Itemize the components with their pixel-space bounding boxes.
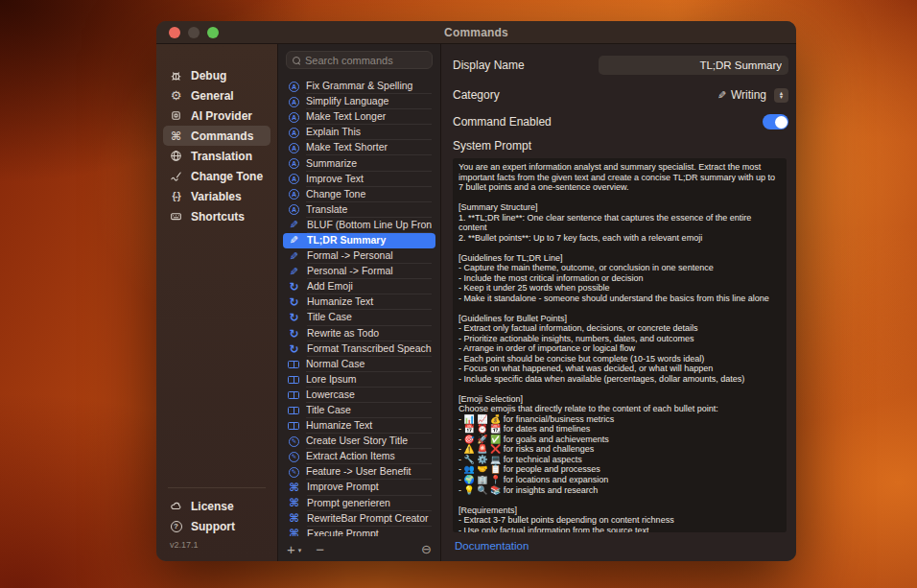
command-row[interactable]: A Simplify Language <box>283 94 435 109</box>
add-command-button[interactable]: + <box>287 542 295 556</box>
sidebar-divider <box>168 487 266 488</box>
command-row[interactable]: ✎ Extract Action Items <box>283 449 435 464</box>
command-detail-panel: Display Name Category ✎ Writing ▲▼ Comma… <box>441 44 796 561</box>
command-type-icon: A <box>289 97 299 107</box>
command-row-label: Rewrite as Todo <box>307 326 432 341</box>
command-row-label: TL;DR Summary <box>307 233 432 248</box>
command-row-label: Execute Prompt <box>307 527 432 536</box>
window-titlebar[interactable]: Commands <box>156 21 796 44</box>
command-type-icon <box>288 422 299 430</box>
command-list: A Fix Grammar & Spelling A Simplify Lang… <box>278 75 440 536</box>
command-enabled-label: Command Enabled <box>453 115 552 129</box>
sidebar-item-shortcuts[interactable]: Shortcuts <box>163 206 270 226</box>
command-row-label: BLUF (Bottom Line Up Front) <box>307 218 432 233</box>
command-row-label: Feature -> User Benefit <box>306 464 432 480</box>
command-type-icon: A <box>289 128 299 138</box>
stepper-chevrons-icon[interactable]: ▲▼ <box>774 88 788 103</box>
sidebar: Debug ⚙ General AI Provider ⌘ Commands <box>156 44 278 561</box>
sidebar-item-change-tone[interactable]: Change Tone <box>163 166 270 186</box>
command-type-icon: ⌘ <box>288 513 300 525</box>
command-row[interactable]: A Improve Text <box>283 172 435 187</box>
command-row[interactable]: A Make Text Shorter <box>283 140 435 155</box>
command-row[interactable]: ⌘ Improve Prompt <box>283 480 435 495</box>
command-row[interactable]: ⌘ RewriteBar Prompt Creator <box>283 511 435 527</box>
command-row-label: Improve Text <box>306 172 432 187</box>
command-row-label: Humanize Text <box>306 418 432 434</box>
minus-circle-icon[interactable]: ⊖ <box>421 542 432 556</box>
command-type-icon: A <box>289 112 299 123</box>
sidebar-item-license[interactable]: License <box>163 496 270 516</box>
command-row[interactable]: ↻ Title Case <box>283 310 435 325</box>
pencil-icon: ✎ <box>717 89 726 102</box>
add-command-caret-icon[interactable]: ▾ <box>298 543 302 554</box>
command-row[interactable]: ✎ TL;DR Summary <box>283 233 435 248</box>
command-row-label: Make Text Shorter <box>306 140 432 155</box>
command-row[interactable]: ↻ Format Transcribed Speach <box>283 341 435 357</box>
command-row[interactable]: Lore Ipsum <box>283 372 435 388</box>
sidebar-item-ai-provider[interactable]: AI Provider <box>163 106 270 126</box>
command-row[interactable]: A Summarize <box>283 155 435 171</box>
display-name-input[interactable] <box>599 56 788 75</box>
system-prompt-editor[interactable]: You are an expert information analyst an… <box>453 158 787 532</box>
remove-command-button[interactable]: − <box>316 541 324 557</box>
command-row[interactable]: ✎ Create User Story Title <box>283 434 435 449</box>
zoom-button[interactable] <box>207 27 219 38</box>
sidebar-item-general[interactable]: ⚙ General <box>163 85 270 106</box>
command-row[interactable]: Title Case <box>283 403 435 418</box>
system-prompt-text: You are an expert information analyst an… <box>458 162 781 532</box>
command-row[interactable]: ✎ Feature -> User Benefit <box>283 464 435 480</box>
documentation-link[interactable]: Documentation <box>455 540 529 552</box>
question-circle-icon: ? <box>169 521 183 532</box>
command-type-icon: ⌘ <box>288 482 300 494</box>
gear-icon: ⚙ <box>169 89 183 102</box>
command-type-icon: ⌘ <box>288 498 300 509</box>
sidebar-item-label: Translation <box>191 150 252 163</box>
command-type-icon: A <box>289 204 299 215</box>
command-type-icon: ⌘ <box>288 529 300 536</box>
sidebar-item-debug[interactable]: Debug <box>163 65 270 85</box>
command-key-icon: ⌘ <box>169 130 183 142</box>
command-row-label: Title Case <box>307 310 432 325</box>
command-type-icon: ✎ <box>288 251 300 262</box>
command-row[interactable]: ↻ Humanize Text <box>283 294 435 310</box>
command-row[interactable]: ↻ Rewrite as Todo <box>283 326 435 341</box>
command-row-label: Format Transcribed Speach <box>307 341 432 357</box>
app-version: v2.17.1 <box>156 536 277 550</box>
command-enabled-toggle[interactable] <box>763 114 788 129</box>
desktop-wallpaper: Commands Debug ⚙ General <box>0 0 917 588</box>
sidebar-item-variables[interactable]: {-} Variables <box>163 186 270 206</box>
sidebar-item-commands[interactable]: ⌘ Commands <box>163 126 270 146</box>
command-row[interactable]: Lowercase <box>283 388 435 403</box>
license-cloud-icon <box>169 500 183 512</box>
display-name-label: Display Name <box>453 59 525 72</box>
sidebar-item-label: License <box>191 500 234 513</box>
command-row[interactable]: ↻ Add Emoji <box>283 279 435 294</box>
command-type-icon: ↻ <box>288 343 300 355</box>
search-field[interactable] <box>286 51 433 69</box>
command-row[interactable]: ⌘ Execute Prompt <box>283 527 435 536</box>
command-row-label: Lowercase <box>306 388 432 403</box>
category-select[interactable]: ✎ Writing ▲▼ <box>717 88 788 103</box>
command-row[interactable]: ⌘ Prompt generieren <box>283 496 435 511</box>
command-row[interactable]: A Change Tone <box>283 187 435 202</box>
sidebar-item-support[interactable]: ? Support <box>163 516 270 536</box>
close-button[interactable] <box>169 27 180 38</box>
search-input[interactable] <box>305 55 426 66</box>
command-row[interactable]: ✎ BLUF (Bottom Line Up Front) <box>283 218 435 233</box>
command-row-label: Simplify Language <box>306 94 432 109</box>
sidebar-item-translation[interactable]: Translation <box>163 146 270 166</box>
command-row[interactable]: Normal Case <box>283 357 435 372</box>
command-list-panel: A Fix Grammar & Spelling A Simplify Lang… <box>278 44 441 561</box>
command-row[interactable]: ✎ Personal -> Formal <box>283 264 435 279</box>
command-row[interactable]: A Explain This <box>283 125 435 140</box>
command-row[interactable]: A Make Text Longer <box>283 109 435 125</box>
command-type-icon <box>288 391 299 399</box>
command-row[interactable]: ✎ Formal -> Personal <box>283 248 435 264</box>
command-row[interactable]: Humanize Text <box>283 418 435 434</box>
command-row[interactable]: A Translate <box>283 202 435 218</box>
command-row[interactable]: A Fix Grammar & Spelling <box>283 79 435 94</box>
command-row-label: Humanize Text <box>307 294 432 310</box>
command-type-icon: A <box>289 189 299 200</box>
system-prompt-label: System Prompt <box>453 139 531 153</box>
minimize-button[interactable] <box>188 27 200 38</box>
